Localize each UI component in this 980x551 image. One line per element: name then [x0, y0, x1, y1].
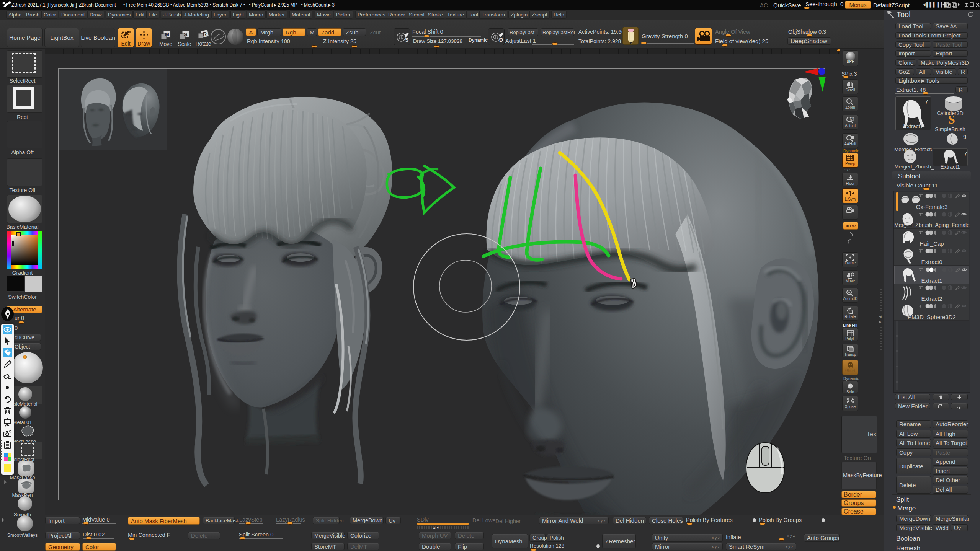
svg-text:D: D	[499, 37, 503, 43]
svg-text:x1: x1	[851, 118, 854, 121]
svg-text:R: R	[203, 31, 207, 37]
svg-text:S: S	[948, 113, 955, 126]
svg-text:M: M	[165, 31, 169, 37]
svg-text:S: S	[184, 31, 187, 37]
svg-text:S: S	[405, 37, 408, 43]
